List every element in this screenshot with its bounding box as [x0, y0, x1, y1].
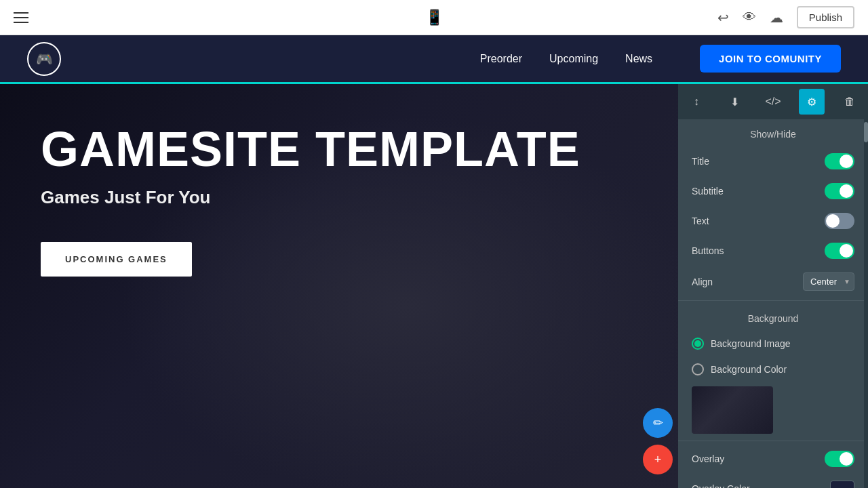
background-thumbnail[interactable]: [692, 386, 773, 434]
subtitle-toggle-knob: [840, 184, 853, 198]
overlay-toggle-row: Overlay: [678, 444, 868, 474]
overlay-color-label: Overlay Color: [692, 483, 750, 488]
main-area: GAMESITE TEMPLATE Games Just For You UPC…: [0, 84, 868, 488]
scroll-thumb: [864, 122, 868, 142]
text-toggle-row: Text: [678, 206, 868, 236]
cloud-icon[interactable]: ☁: [770, 9, 783, 26]
panel-content: Show/Hide Title Subtitle Text: [678, 119, 868, 488]
title-label: Title: [692, 156, 709, 167]
show-hide-header: Show/Hide: [678, 119, 868, 146]
preview-icon[interactable]: 👁: [743, 9, 756, 25]
nav-bar: 🎮 Preorder Upcoming News JOIN TO COMUNIT…: [0, 35, 868, 84]
right-panel: ↕ ⬇ </> ⚙ 🗑 Show/Hide Title Subtitle: [678, 84, 868, 488]
background-color-row[interactable]: Background Color: [678, 357, 868, 382]
align-row: Align Center Left Right ▼: [678, 266, 868, 298]
subtitle-toggle-row: Subtitle: [678, 176, 868, 206]
hamburger-menu-icon[interactable]: [14, 12, 28, 23]
divider-2: [678, 441, 868, 441]
divider-1: [678, 300, 868, 301]
hero-section: GAMESITE TEMPLATE Games Just For You UPC…: [0, 84, 678, 488]
overlay-label: Overlay: [692, 453, 724, 464]
edit-fab-button[interactable]: ✏: [643, 408, 673, 438]
hero-cta-button[interactable]: UPCOMING GAMES: [41, 242, 192, 277]
logo-icon: 🎮: [27, 42, 61, 76]
scroll-indicator: [864, 119, 868, 488]
panel-toolbar: ↕ ⬇ </> ⚙ 🗑: [678, 84, 868, 119]
toolbar-right: ↩ 👁 ☁ Publish: [717, 6, 854, 28]
hero-subtitle: Games Just For You: [41, 187, 637, 208]
hero-content: GAMESITE TEMPLATE Games Just For You UPC…: [0, 84, 678, 317]
nav-logo: 🎮: [27, 42, 61, 76]
code-button[interactable]: </>: [760, 89, 786, 115]
mobile-preview-icon[interactable]: 📱: [425, 9, 443, 26]
nav-link-preorder[interactable]: Preorder: [480, 53, 522, 65]
align-select[interactable]: Center Left Right: [803, 272, 854, 291]
text-label: Text: [692, 216, 709, 226]
text-toggle[interactable]: [825, 213, 854, 229]
undo-icon[interactable]: ↩: [717, 9, 729, 26]
text-toggle-knob: [826, 214, 840, 228]
background-image-row[interactable]: Background Image: [678, 331, 868, 357]
buttons-toggle[interactable]: [825, 243, 854, 259]
background-color-label: Background Color: [711, 364, 787, 375]
download-button[interactable]: ⬇: [722, 89, 748, 115]
align-label: Align: [692, 277, 713, 287]
top-toolbar: 📱 ↩ 👁 ☁ Publish: [0, 0, 868, 35]
buttons-toggle-knob: [840, 244, 853, 258]
overlay-toggle-knob: [840, 452, 853, 466]
align-select-wrap: Center Left Right ▼: [803, 272, 854, 291]
buttons-toggle-row: Buttons: [678, 236, 868, 266]
overlay-toggle[interactable]: [825, 451, 854, 467]
title-toggle-knob: [840, 155, 853, 168]
thumbnail-image: [692, 386, 773, 434]
fab-container: ✏ +: [643, 408, 673, 474]
subtitle-toggle[interactable]: [825, 183, 854, 199]
add-fab-button[interactable]: +: [643, 445, 673, 474]
toolbar-left: [14, 12, 28, 23]
join-community-button[interactable]: JOIN TO COMUNITY: [700, 45, 841, 73]
move-button[interactable]: ↕: [684, 89, 709, 115]
overlay-color-swatch[interactable]: [830, 481, 854, 488]
nav-link-upcoming[interactable]: Upcoming: [549, 53, 598, 65]
hero-title: GAMESITE TEMPLATE: [41, 125, 637, 174]
background-header: Background: [678, 304, 868, 331]
toolbar-center: 📱: [425, 9, 443, 26]
background-image-label: Background Image: [711, 338, 791, 349]
nav-links: Preorder Upcoming News JOIN TO COMUNITY: [480, 45, 841, 73]
buttons-label: Buttons: [692, 245, 724, 256]
title-toggle[interactable]: [825, 153, 854, 169]
background-color-radio[interactable]: [692, 363, 704, 375]
overlay-color-row: Overlay Color: [678, 474, 868, 488]
publish-label: Publish: [809, 12, 842, 23]
delete-button[interactable]: 🗑: [837, 89, 863, 115]
background-image-radio[interactable]: [692, 338, 704, 350]
nav-link-news[interactable]: News: [625, 53, 652, 65]
settings-button[interactable]: ⚙: [799, 89, 825, 115]
subtitle-label: Subtitle: [692, 186, 724, 197]
title-toggle-row: Title: [678, 146, 868, 176]
publish-button[interactable]: Publish: [797, 6, 854, 28]
